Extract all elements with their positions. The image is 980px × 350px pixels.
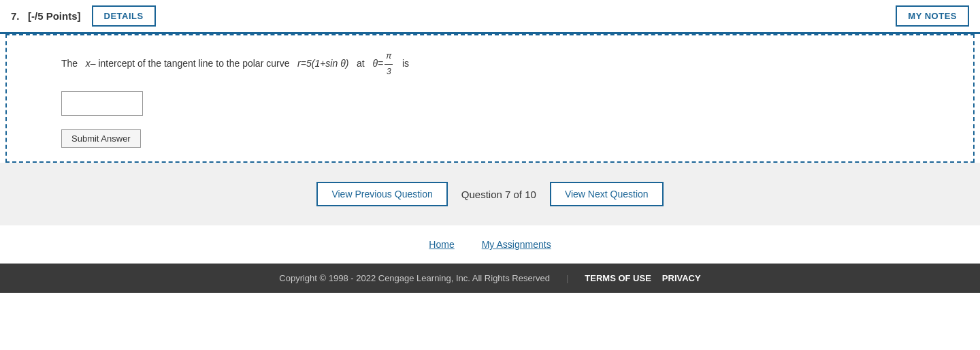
prev-question-button[interactable]: View Previous Question: [316, 182, 447, 206]
question-number: 7. [-/5 Points]: [11, 10, 81, 22]
text-intercept: – intercept of the tangent line to the p…: [91, 58, 290, 69]
text-is: is: [402, 58, 409, 69]
fraction: π 3: [385, 49, 393, 79]
home-link[interactable]: Home: [429, 239, 454, 250]
divider: |: [566, 273, 568, 283]
theta-symbol: θ= π 3: [372, 58, 397, 69]
privacy-link[interactable]: PRIVACY: [662, 273, 701, 283]
terms-link[interactable]: TERMS OF USE: [585, 273, 651, 283]
header-bar: 7. [-/5 Points] DETAILS MY NOTES: [0, 0, 980, 34]
question-area: The x– intercept of the tangent line to …: [5, 34, 975, 163]
fraction-numerator: π: [385, 49, 393, 65]
text-at: at: [357, 58, 365, 69]
answer-input[interactable]: [61, 91, 143, 116]
question-text: The x– intercept of the tangent line to …: [61, 49, 946, 79]
fraction-denominator: 3: [385, 65, 393, 80]
navigation-bar: View Previous Question Question 7 of 10 …: [0, 163, 980, 225]
copyright-text: Copyright © 1998 - 2022 Cengage Learning…: [279, 273, 550, 283]
x-variable: x: [86, 58, 91, 69]
next-question-button[interactable]: View Next Question: [550, 182, 664, 206]
details-button[interactable]: DETAILS: [92, 5, 156, 27]
footer-links: Home My Assignments: [0, 225, 980, 264]
text-before: The: [61, 58, 78, 69]
assignments-link[interactable]: My Assignments: [482, 239, 551, 250]
question-counter: Question 7 of 10: [461, 189, 536, 200]
points-label: [-/5 Points]: [28, 10, 81, 22]
header-left: 7. [-/5 Points] DETAILS: [11, 5, 156, 27]
my-notes-button[interactable]: MY NOTES: [896, 5, 969, 27]
bottom-bar: Copyright © 1998 - 2022 Cengage Learning…: [0, 264, 980, 293]
equation: r=5(1+sin θ): [297, 58, 348, 69]
submit-answer-button[interactable]: Submit Answer: [61, 129, 141, 148]
